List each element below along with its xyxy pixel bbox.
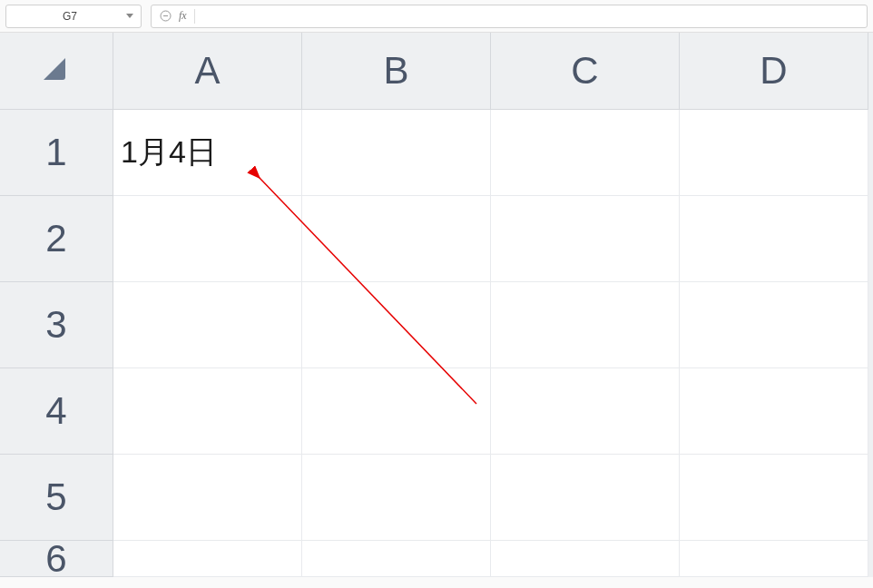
cell-D1[interactable] xyxy=(680,110,868,196)
cell-C5[interactable] xyxy=(491,455,680,541)
cell-D4[interactable] xyxy=(680,368,868,455)
cell-A5[interactable] xyxy=(113,455,302,541)
cell-A2[interactable] xyxy=(113,196,302,282)
cell-A6[interactable] xyxy=(113,541,302,577)
cell-B2[interactable] xyxy=(302,196,491,282)
cell-B6[interactable] xyxy=(302,541,491,577)
fx-label: fx xyxy=(179,9,187,23)
row-header-3[interactable]: 3 xyxy=(0,282,113,368)
formula-bar: G7 fx xyxy=(0,0,873,33)
name-box-value: G7 xyxy=(14,10,126,23)
column-headers-row: A B C D xyxy=(0,33,873,110)
cell-C1[interactable] xyxy=(491,110,680,196)
cell-D2[interactable] xyxy=(680,196,868,282)
select-all-triangle-icon xyxy=(44,58,65,80)
cell-B1[interactable] xyxy=(302,110,491,196)
row-3: 3 xyxy=(0,282,873,368)
cell-B4[interactable] xyxy=(302,368,491,455)
cell-D5[interactable] xyxy=(680,455,868,541)
cell-B5[interactable] xyxy=(302,455,491,541)
row-2: 2 xyxy=(0,196,873,282)
row-header-6[interactable]: 6 xyxy=(0,541,113,577)
row-6: 6 xyxy=(0,541,873,577)
spreadsheet: A B C D 1 1月4日 2 3 4 xyxy=(0,33,873,577)
row-1: 1 1月4日 xyxy=(0,110,873,196)
row-header-1[interactable]: 1 xyxy=(0,110,113,196)
row-4: 4 xyxy=(0,368,873,455)
formula-input[interactable] xyxy=(202,10,859,23)
cell-name-box[interactable]: G7 xyxy=(5,5,142,28)
chevron-down-icon xyxy=(126,14,133,18)
cell-A4[interactable] xyxy=(113,368,302,455)
cell-C2[interactable] xyxy=(491,196,680,282)
divider xyxy=(194,9,195,24)
row-header-4[interactable]: 4 xyxy=(0,368,113,455)
rows-container: 1 1月4日 2 3 4 5 xyxy=(0,110,873,577)
cell-D3[interactable] xyxy=(680,282,868,368)
cell-A3[interactable] xyxy=(113,282,302,368)
cell-A1-value: 1月4日 xyxy=(121,132,217,173)
cell-B3[interactable] xyxy=(302,282,491,368)
cell-A1[interactable]: 1月4日 xyxy=(113,110,302,196)
cancel-formula-icon[interactable] xyxy=(159,10,172,23)
formula-input-container: fx xyxy=(151,5,868,28)
column-header-B[interactable]: B xyxy=(302,33,491,110)
cell-C6[interactable] xyxy=(491,541,680,577)
column-header-A[interactable]: A xyxy=(113,33,302,110)
cell-D6[interactable] xyxy=(680,541,868,577)
row-5: 5 xyxy=(0,455,873,541)
select-all-corner[interactable] xyxy=(0,33,113,110)
cell-C4[interactable] xyxy=(491,368,680,455)
column-header-D[interactable]: D xyxy=(680,33,868,110)
cell-C3[interactable] xyxy=(491,282,680,368)
row-header-2[interactable]: 2 xyxy=(0,196,113,282)
row-header-5[interactable]: 5 xyxy=(0,455,113,541)
column-header-C[interactable]: C xyxy=(491,33,680,110)
